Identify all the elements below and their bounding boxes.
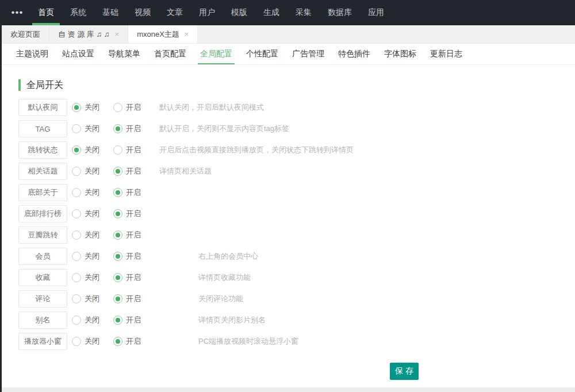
config-tab[interactable]: 特色插件 (336, 44, 373, 64)
topnav-item[interactable]: 首页 (32, 0, 60, 25)
radio-on[interactable]: 开启 (113, 315, 159, 325)
setting-row: 底部排行榜 关闭 开启 (18, 205, 575, 222)
radio-on[interactable]: 开启 (113, 272, 159, 283)
close-tab-icon[interactable]: × (115, 30, 120, 38)
topnav-item[interactable]: 采集 (290, 0, 317, 25)
config-tab[interactable]: 广告管理 (290, 44, 327, 64)
radio-on-circle-icon (113, 316, 122, 325)
radio-on[interactable]: 开启 (113, 209, 159, 219)
radio-off[interactable]: 关闭 (72, 315, 113, 325)
radio-on-circle-icon (113, 294, 122, 303)
setting-label: 相关话题 (18, 163, 67, 180)
page: ••• 首页系统基础视频文章用户模版生成采集数据库应用 欢迎页面 自 资 源 库… (0, 0, 575, 392)
setting-description: 详情页关闭影片别名 (198, 315, 266, 325)
radio-on[interactable]: 开启 (113, 251, 159, 262)
radio-off[interactable]: 关闭 (72, 230, 113, 240)
topnav-item[interactable]: 系统 (64, 0, 92, 25)
setting-row: 跳转状态 关闭 开启 开启后点击视频直接跳到播放页，关闭状态下跳转到详情页 (18, 141, 575, 159)
topnav-item[interactable]: 用户 (193, 0, 221, 25)
radio-off[interactable]: 关闭 (72, 209, 113, 219)
more-menu-icon[interactable]: ••• (5, 0, 30, 25)
setting-label: 收藏 (18, 269, 67, 286)
radio-off[interactable]: 关闭 (72, 336, 113, 347)
radio-off[interactable]: 关闭 (72, 187, 113, 198)
radio-off[interactable]: 关闭 (72, 102, 113, 113)
radio-on-circle-icon (113, 337, 122, 346)
setting-description: 默认关闭，开启后默认夜间模式 (159, 102, 264, 113)
config-tab[interactable]: 个性配置 (244, 44, 281, 64)
radio-on[interactable]: 开启 (113, 336, 159, 347)
radio-on[interactable]: 开启 (113, 230, 159, 240)
radio-on[interactable]: 开启 (113, 145, 159, 155)
topnav-item[interactable]: 应用 (362, 0, 390, 25)
radio-on[interactable]: 开启 (113, 102, 159, 113)
radio-on-circle-icon (113, 103, 122, 112)
radio-off[interactable]: 关闭 (72, 166, 113, 176)
topnav-item[interactable]: 基础 (97, 0, 124, 25)
setting-label: TAG (18, 120, 67, 137)
radio-off-circle-icon (72, 294, 81, 303)
radio-off-circle-icon (72, 273, 81, 282)
setting-label: 默认夜间 (18, 99, 67, 116)
config-tab[interactable]: 全局配置 (198, 44, 235, 64)
setting-row: 相关话题 关闭 开启 详情页相关话题 (18, 163, 575, 180)
setting-row: 默认夜间 关闭 开启 默认关闭，开启后默认夜间模式 (18, 99, 575, 116)
radio-on[interactable]: 开启 (113, 124, 159, 134)
config-tab[interactable]: 更新日志 (428, 44, 465, 64)
radio-off-circle-icon (72, 145, 81, 155)
setting-row: 别名 关闭 开启 详情页关闭影片别名 (18, 312, 575, 329)
top-navbar: ••• 首页系统基础视频文章用户模版生成采集数据库应用 (0, 0, 575, 25)
radio-off-circle-icon (72, 124, 81, 133)
radio-off[interactable]: 关闭 (72, 272, 113, 283)
setting-label: 会员 (18, 248, 67, 265)
radio-on-circle-icon (113, 230, 122, 240)
topnav-item[interactable]: 数据库 (322, 0, 358, 25)
topnav-item[interactable]: 模版 (225, 0, 253, 25)
collapsed-sidebar-edge (0, 25, 2, 392)
setting-label: 别名 (18, 312, 67, 329)
config-tab[interactable]: 导航菜单 (106, 44, 143, 64)
radio-on-circle-icon (113, 188, 122, 197)
setting-label: 评论 (18, 290, 67, 308)
topnav-item[interactable]: 视频 (129, 0, 156, 25)
setting-description: 右上角的会员中心 (198, 251, 258, 262)
radio-off[interactable]: 关闭 (72, 294, 113, 304)
radio-on-circle-icon (113, 273, 122, 282)
open-tab[interactable]: mxoneX主题 × (128, 25, 198, 43)
radio-off-circle-icon (72, 188, 81, 197)
setting-description: 关闭评论功能 (198, 294, 243, 304)
setting-label: 播放器小窗 (18, 333, 67, 350)
config-tab[interactable]: 字体图标 (382, 44, 419, 64)
radio-on-circle-icon (113, 209, 122, 218)
topnav-item[interactable]: 生成 (258, 0, 285, 25)
radio-on-circle-icon (113, 145, 122, 155)
radio-on[interactable]: 开启 (113, 294, 159, 304)
radio-on[interactable]: 开启 (113, 187, 159, 198)
section-title: 全局开关 (18, 79, 575, 91)
radio-off-circle-icon (72, 316, 81, 325)
setting-label: 豆瓣跳转 (18, 226, 67, 244)
open-tab[interactable]: 自 资 源 库 ♫ ♫ × (49, 25, 128, 43)
radio-off-circle-icon (72, 209, 81, 218)
radio-off[interactable]: 关闭 (72, 251, 113, 262)
radio-on[interactable]: 开启 (113, 166, 159, 176)
close-tab-icon[interactable]: × (185, 30, 189, 38)
setting-label: 底部排行榜 (18, 205, 67, 222)
config-tab[interactable]: 主题说明 (14, 44, 51, 64)
global-config-panel: 全局开关 默认夜间 关闭 开启 默认关闭，开启后默认夜间模式 TAG 关闭 开启… (2, 65, 575, 387)
save-button[interactable]: 保存 (390, 363, 419, 380)
config-tab[interactable]: 首页配置 (152, 44, 189, 64)
radio-off[interactable]: 关闭 (72, 124, 113, 134)
setting-row: 播放器小窗 关闭 开启 PC端播放视频时滚动悬浮小窗 (18, 333, 575, 350)
setting-description: 开启后点击视频直接跳到播放页，关闭状态下跳转到详情页 (159, 145, 354, 155)
topnav-item[interactable]: 文章 (161, 0, 189, 25)
setting-row: 评论 关闭 开启 关闭评论功能 (18, 290, 575, 308)
open-tabs-bar: 欢迎页面 自 资 源 库 ♫ ♫ × mxoneX主题 × (2, 25, 575, 44)
open-tab[interactable]: 欢迎页面 (2, 25, 49, 43)
radio-off[interactable]: 关闭 (72, 145, 113, 155)
config-tab[interactable]: 站点设置 (60, 44, 97, 64)
setting-description: PC端播放视频时滚动悬浮小窗 (198, 336, 298, 347)
setting-row: TAG 关闭 开启 默认开启，关闭则不显示内容页tag标签 (18, 120, 575, 137)
setting-label: 底部关于 (18, 184, 67, 201)
radio-on-circle-icon (113, 124, 122, 133)
